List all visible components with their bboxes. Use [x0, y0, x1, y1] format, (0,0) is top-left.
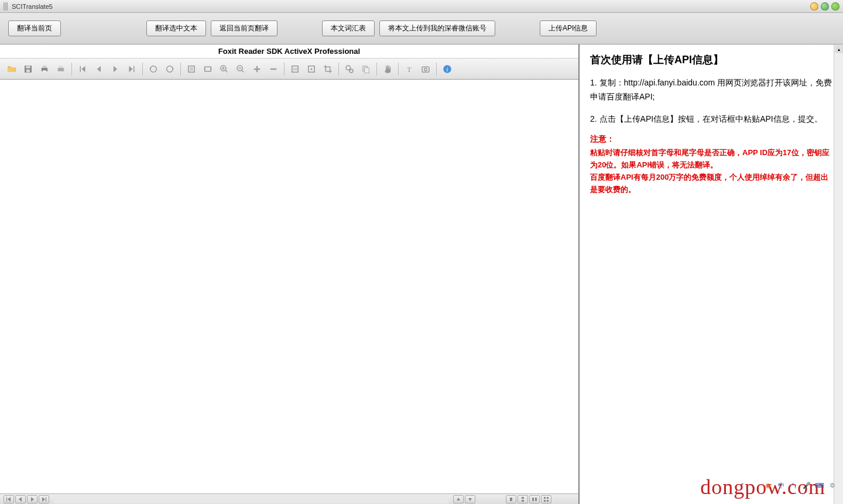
nav-prev-icon[interactable] [15, 495, 26, 503]
titlebar-grip-icon [4, 2, 8, 11]
svg-rect-32 [535, 498, 537, 501]
svg-rect-4 [43, 66, 46, 68]
tray-shield-icon[interactable]: ◉ [763, 481, 773, 490]
svg-rect-30 [522, 500, 524, 502]
svg-rect-5 [43, 70, 46, 73]
translate-current-button[interactable]: 翻译当前页 [8, 20, 61, 36]
pdf-viewer-pane: Foxit Reader SDK ActiveX Professional 10… [0, 44, 580, 504]
nav-first-icon[interactable] [4, 495, 14, 503]
text-select-icon[interactable]: T [402, 62, 416, 76]
svg-point-8 [150, 66, 157, 72]
main-area: Foxit Reader SDK ActiveX Professional 10… [0, 44, 843, 504]
svg-point-9 [167, 66, 173, 72]
print-preview-icon[interactable] [54, 62, 68, 76]
minimize-button[interactable] [810, 2, 818, 11]
notice-line-2: 百度翻译API有每月200万字的免费额度，个人使用绰绰有余了，但超出是要收费的。 [590, 172, 832, 196]
copy-icon[interactable] [359, 62, 373, 76]
svg-rect-7 [59, 66, 63, 68]
prev-page-icon[interactable] [92, 62, 106, 76]
window-title: SCITranslate5 [12, 3, 810, 10]
fit-page-icon[interactable] [184, 62, 198, 76]
plus-icon[interactable] [250, 62, 264, 76]
svg-rect-29 [522, 497, 524, 499]
svg-rect-36 [547, 500, 549, 502]
svg-rect-31 [532, 498, 534, 501]
nav-last-icon[interactable] [39, 495, 49, 503]
open-icon[interactable] [5, 62, 19, 76]
main-toolbar: 翻译当前页 翻译选中文本 返回当前页翻译 本文词汇表 将本文上传到我的深睿微信账… [0, 13, 843, 44]
fit-visible-icon[interactable] [304, 62, 318, 76]
titlebar: SCITranslate5 [0, 0, 843, 13]
save-icon[interactable] [21, 62, 35, 76]
help-step-1: 1. 复制：http://api.fanyi.baidu.com 用网页浏览器打… [590, 76, 832, 104]
rotate-left-icon[interactable] [146, 62, 160, 76]
about-icon[interactable]: i [440, 62, 454, 76]
view-continuous-icon[interactable] [518, 495, 528, 503]
pdf-content-area[interactable] [0, 80, 578, 493]
zoom-in-icon[interactable] [217, 62, 231, 76]
last-page-icon[interactable] [125, 62, 139, 76]
snapshot-icon[interactable] [419, 62, 433, 76]
tray-keyboard-icon[interactable]: ⌨ [815, 481, 824, 490]
tray-punct-icon[interactable]: °, [789, 481, 799, 490]
system-tray: ◉ 中 °, 🎤 ⌨ ⚙ [763, 481, 837, 490]
window-controls [810, 2, 839, 11]
rotate-right-icon[interactable] [163, 62, 177, 76]
foxit-toolbar: 100 T i [0, 59, 578, 80]
svg-rect-22 [365, 67, 369, 73]
close-button[interactable] [831, 2, 839, 11]
print-icon[interactable] [37, 62, 52, 76]
help-heading: 首次使用请【上传API信息】 [590, 53, 832, 67]
minus-icon[interactable] [266, 62, 280, 76]
svg-rect-11 [190, 67, 193, 71]
svg-rect-2 [26, 69, 30, 72]
svg-rect-35 [544, 500, 546, 502]
first-page-icon[interactable] [76, 62, 90, 76]
translate-selected-button[interactable]: 翻译选中文本 [146, 20, 206, 36]
nav-next-icon[interactable] [27, 495, 37, 503]
svg-rect-6 [58, 67, 64, 71]
svg-rect-33 [544, 497, 546, 499]
view-cont-facing-icon[interactable] [541, 495, 551, 503]
scroll-up-icon[interactable]: ▴ [835, 45, 843, 53]
right-scrollbar[interactable]: ▴ [834, 44, 843, 504]
upload-wechat-button[interactable]: 将本文上传到我的深睿微信账号 [379, 20, 495, 36]
svg-rect-1 [26, 66, 30, 68]
help-pane: 首次使用请【上传API信息】 1. 复制：http://api.fanyi.ba… [580, 44, 843, 504]
hand-icon[interactable] [381, 62, 395, 76]
notice-line-1: 粘贴时请仔细核对首字母和尾字母是否正确，APP ID应为17位，密钥应为20位。… [590, 147, 832, 172]
foxit-title: Foxit Reader SDK ActiveX Professional [0, 44, 578, 59]
svg-rect-28 [510, 498, 512, 501]
fit-width-icon[interactable] [201, 62, 215, 76]
help-step-2: 2. 点击【上传API信息】按钮，在对话框中粘贴API信息，提交。 [590, 112, 832, 126]
scroll-up-icon[interactable] [453, 495, 464, 503]
maximize-button[interactable] [821, 2, 829, 11]
view-single-icon[interactable] [506, 495, 516, 503]
svg-rect-24 [422, 67, 429, 72]
scroll-down-icon[interactable] [465, 495, 475, 503]
vocabulary-button[interactable]: 本文词汇表 [322, 20, 375, 36]
horizontal-scrollbar[interactable] [0, 493, 578, 504]
actual-size-icon[interactable]: 100 [288, 62, 302, 76]
next-page-icon[interactable] [108, 62, 122, 76]
tray-mic-icon[interactable]: 🎤 [802, 481, 811, 490]
svg-rect-34 [547, 497, 549, 499]
view-facing-icon[interactable] [529, 495, 540, 503]
svg-point-18 [311, 68, 313, 70]
tray-ime-icon[interactable]: 中 [776, 481, 786, 490]
svg-point-25 [424, 68, 427, 71]
svg-text:T: T [407, 65, 412, 73]
svg-text:100: 100 [293, 67, 298, 71]
scrollbar-track[interactable] [54, 495, 448, 503]
svg-text:i: i [447, 66, 448, 72]
search-icon[interactable] [342, 62, 357, 76]
zoom-out-icon[interactable] [234, 62, 248, 76]
svg-rect-12 [205, 67, 211, 71]
upload-api-button[interactable]: 上传API信息 [540, 20, 597, 36]
tray-settings-icon[interactable]: ⚙ [828, 481, 837, 490]
crop-icon[interactable] [321, 62, 335, 76]
notice-title: 注意： [590, 134, 832, 145]
back-translate-button[interactable]: 返回当前页翻译 [211, 20, 277, 36]
